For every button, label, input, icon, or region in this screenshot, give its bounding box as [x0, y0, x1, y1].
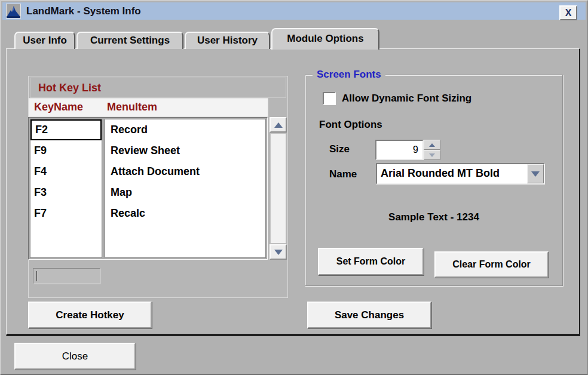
hotkey-list-title: Hot Key List [30, 78, 286, 98]
grid-cell-key-selected[interactable]: F2 [30, 119, 102, 140]
grid-cell-key[interactable]: F4 [30, 161, 102, 182]
grid-cell-item[interactable]: Record [105, 119, 265, 140]
system-info-dialog: LandMark - System Info X User Info Curre… [0, 0, 588, 375]
triangle-down-icon [274, 250, 283, 255]
font-options-label: Font Options [319, 119, 382, 131]
name-label: Name [329, 168, 357, 180]
save-changes-button[interactable]: Save Changes [307, 302, 431, 328]
size-spin-up-button[interactable] [424, 140, 440, 150]
close-window-button[interactable]: X [559, 5, 577, 20]
grid-cell-key[interactable]: F7 [30, 203, 102, 224]
new-hotkey-input[interactable] [33, 269, 100, 284]
grid-cell-item[interactable]: Map [105, 182, 265, 203]
screen-fonts-group-title: Screen Fonts [313, 67, 385, 82]
size-spin-down-button[interactable] [424, 150, 440, 160]
set-form-color-button[interactable]: Set Form Color [318, 248, 424, 275]
font-name-dropdown-button[interactable] [527, 164, 544, 183]
allow-dynamic-font-sizing-checkbox[interactable] [323, 92, 336, 105]
new-hotkey-input-wrapper [33, 268, 100, 284]
triangle-up-icon [429, 143, 435, 147]
grid-cell-key[interactable]: F3 [30, 182, 102, 203]
grid-cell-item[interactable]: Attach Document [105, 161, 265, 182]
chevron-down-icon [531, 171, 540, 177]
font-name-value[interactable]: Arial Rounded MT Bold [377, 164, 527, 183]
allow-dynamic-font-sizing-label: Allow Dynamic Font Sizing [342, 93, 471, 104]
column-header-menuitem: MenuItem [107, 101, 157, 113]
hotkey-grid-scrollbar[interactable] [270, 117, 287, 260]
tab-module-options[interactable]: Module Options [271, 28, 379, 50]
close-icon: X [565, 8, 572, 18]
tab-current-settings[interactable]: Current Settings [76, 32, 183, 49]
triangle-down-icon [429, 153, 435, 157]
clear-form-color-button[interactable]: Clear Form Color [434, 251, 549, 278]
grid-cell-item[interactable]: Review Sheet [105, 140, 265, 161]
titlebar[interactable]: LandMark - System Info X [2, 2, 586, 20]
size-label: Size [329, 143, 350, 155]
font-size-spinner [424, 140, 440, 160]
column-header-keyname: KeyName [34, 101, 83, 113]
hotkey-grid: F2 F9 F4 F3 F7 Record Review Sheet Attac… [28, 117, 268, 260]
keyname-column: F2 F9 F4 F3 F7 [30, 119, 102, 258]
font-name-combobox[interactable]: Arial Rounded MT Bold [376, 163, 545, 185]
grid-cell-item[interactable]: Recalc [105, 203, 265, 224]
font-size-input[interactable]: 9 [375, 140, 424, 160]
scrollbar-track[interactable] [270, 133, 286, 244]
app-icon [6, 4, 21, 19]
grid-cell-key[interactable]: F9 [30, 140, 102, 161]
window-title: LandMark - System Info [26, 5, 141, 17]
tab-user-info[interactable]: User Info [14, 32, 75, 49]
hotkey-grid-header: KeyName MenuItem [29, 98, 268, 117]
tab-user-history[interactable]: User History [185, 32, 270, 49]
scroll-down-button[interactable] [270, 244, 287, 260]
close-button[interactable]: Close [14, 343, 136, 370]
scroll-up-button[interactable] [270, 117, 287, 133]
menuitem-column: Record Review Sheet Attach Document Map … [105, 119, 266, 258]
sample-text: Sample Text - 1234 [305, 211, 563, 223]
triangle-up-icon [274, 122, 283, 128]
create-hotkey-button[interactable]: Create Hotkey [28, 302, 152, 328]
